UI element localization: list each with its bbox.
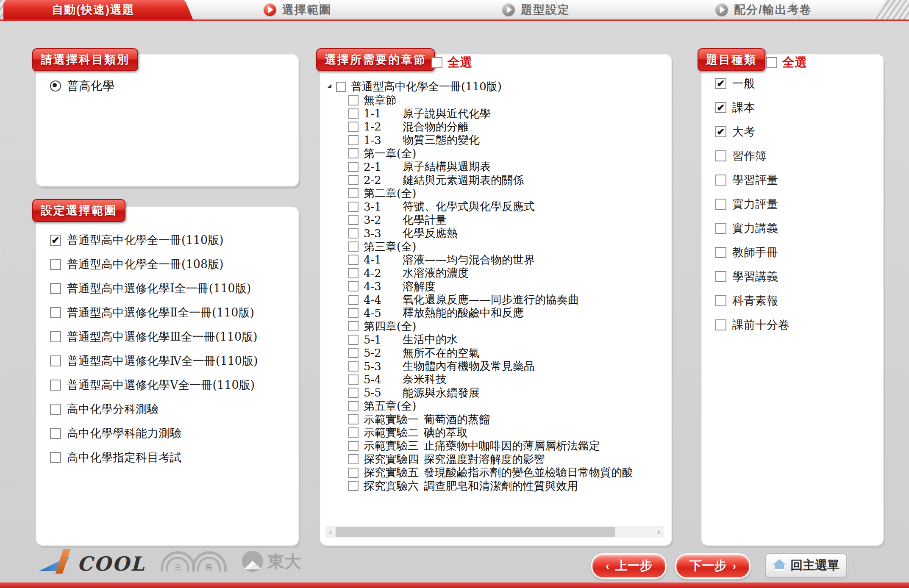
checkbox[interactable]: ✔: [715, 126, 726, 137]
chapter-tree-row[interactable]: 4-2 水溶液的濃度: [327, 266, 669, 280]
chapter-tree-row[interactable]: 第五章(全): [327, 399, 669, 413]
checkbox[interactable]: [336, 82, 346, 92]
checkbox[interactable]: [715, 199, 726, 210]
checkbox[interactable]: [715, 223, 726, 234]
checkbox[interactable]: [348, 401, 359, 411]
question-type-row[interactable]: 實力評量: [715, 192, 868, 216]
checkbox[interactable]: [715, 150, 726, 161]
scope-item-row[interactable]: 普通型高中選修化學Ⅴ全一冊(110版): [50, 373, 287, 397]
tree-expander-icon[interactable]: [327, 84, 331, 88]
checkbox[interactable]: [348, 148, 359, 158]
checkbox[interactable]: [348, 321, 359, 331]
chapter-tree-row[interactable]: 第三章(全): [327, 240, 669, 253]
scroll-right-icon[interactable]: ›: [653, 526, 664, 538]
checkbox[interactable]: [50, 259, 61, 270]
chapter-tree-row[interactable]: 3-2 化學計量: [327, 214, 669, 227]
checkbox[interactable]: [50, 283, 61, 294]
checkbox[interactable]: [348, 427, 359, 438]
chapter-tree-row[interactable]: 4-1 溶液——均勻混合物的世界: [327, 253, 669, 266]
checkbox[interactable]: [348, 268, 359, 278]
checkbox[interactable]: [348, 122, 359, 132]
checkbox[interactable]: [715, 319, 726, 330]
chapter-tree-row[interactable]: 1-1 原子說與近代化學: [327, 107, 669, 120]
checkbox[interactable]: [715, 247, 726, 258]
checkbox[interactable]: ✔: [715, 78, 726, 89]
question-type-row[interactable]: 學習評量: [715, 168, 868, 192]
checkbox[interactable]: [348, 308, 359, 318]
tab-select-range[interactable]: 選擇範圍: [264, 0, 331, 19]
chapter-tree-row[interactable]: 3-3 化學反應熱: [327, 227, 669, 240]
chapter-tree-row[interactable]: 4-3 溶解度: [327, 280, 669, 293]
home-menu-button[interactable]: 回主選單: [765, 553, 847, 578]
chapter-tree-row[interactable]: 1-3 物質三態的變化: [327, 133, 669, 147]
chapter-tree-row[interactable]: 1-2 混合物的分離: [327, 120, 669, 133]
checkbox[interactable]: [348, 228, 359, 239]
checkbox[interactable]: [348, 414, 359, 424]
checkbox[interactable]: [715, 175, 726, 186]
chapter-tree-row[interactable]: 5-4 奈米科技: [327, 373, 669, 386]
checkbox[interactable]: [715, 271, 726, 282]
chapter-tree-row[interactable]: 4-5 釋放熱能的酸鹼中和反應: [327, 306, 669, 319]
chapter-tree-row[interactable]: 第二章(全): [327, 187, 669, 200]
chapter-tree-row[interactable]: 2-2 鍵結與元素週期表的關係: [327, 173, 669, 186]
checkbox[interactable]: [50, 355, 61, 366]
question-type-row[interactable]: 教師手冊: [715, 240, 868, 264]
question-type-row[interactable]: 課前十分卷: [715, 313, 868, 337]
chapter-tree-row[interactable]: 5-3 生物體內有機物及常見藥品: [327, 360, 669, 373]
question-type-row[interactable]: ✔ 課本: [715, 95, 868, 119]
scope-item-row[interactable]: 高中化學學科能力測驗: [50, 421, 287, 445]
checkbox[interactable]: [348, 175, 359, 185]
tab-question-type-settings[interactable]: 題型設定: [502, 0, 570, 19]
chapter-tree-row[interactable]: 5-2 無所不在的空氣: [327, 346, 669, 359]
type-select-all-checkbox[interactable]: [766, 57, 777, 68]
chapter-tree-row[interactable]: 探究實驗五 發現酸鹼指示劑的變色並檢驗日常物質的酸: [327, 466, 669, 479]
prev-step-button[interactable]: ‹ 上一步: [591, 553, 667, 579]
checkbox[interactable]: [348, 335, 359, 345]
scope-item-row[interactable]: 高中化學指定科目考試: [50, 445, 287, 469]
scope-item-row[interactable]: 普通型高中選修化學Ⅲ全一冊(110版): [50, 325, 287, 349]
chapter-tree-row[interactable]: 探究實驗六 調查肥皂和清潔劑的性質與效用: [327, 479, 669, 492]
checkbox[interactable]: [348, 281, 359, 291]
checkbox[interactable]: [50, 452, 61, 463]
chapter-tree-row[interactable]: 3-1 符號、化學式與化學反應式: [327, 200, 669, 213]
checkbox[interactable]: [348, 188, 359, 198]
chapter-tree-row[interactable]: 無章節: [327, 94, 669, 107]
checkbox[interactable]: ✔: [50, 235, 61, 246]
chapter-tree-row[interactable]: 示範實驗一 葡萄酒的蒸餾: [327, 413, 669, 426]
question-type-row[interactable]: 習作簿: [715, 144, 868, 168]
chapter-tree-row[interactable]: 第四章(全): [327, 320, 669, 333]
checkbox[interactable]: [348, 348, 359, 358]
checkbox[interactable]: [348, 441, 359, 451]
subject-option-row[interactable]: 普高化學: [50, 76, 114, 96]
next-step-button[interactable]: 下一步 ›: [675, 553, 751, 579]
checkbox[interactable]: [348, 108, 359, 119]
checkbox[interactable]: [348, 374, 359, 385]
chapter-tree-row[interactable]: 探究實驗四 探究溫度對溶解度的影響: [327, 453, 669, 466]
checkbox[interactable]: [348, 388, 359, 398]
chapter-horizontal-scrollbar[interactable]: ‹ ›: [325, 526, 664, 538]
tab-auto-quick-pick[interactable]: 自動(快速)選題: [3, 0, 183, 19]
question-type-row[interactable]: ✔ 一般: [715, 71, 868, 95]
chapter-tree-row[interactable]: 5-5 能源與永續發展: [327, 386, 669, 399]
chapter-tree-row[interactable]: 2-1 原子結構與週期表: [327, 160, 669, 173]
checkbox[interactable]: [348, 162, 359, 172]
question-type-row[interactable]: ✔ 大考: [715, 119, 868, 144]
checkbox[interactable]: [348, 255, 359, 265]
question-type-row[interactable]: 實力講義: [715, 216, 868, 240]
checkbox[interactable]: [348, 468, 359, 478]
checkbox[interactable]: [348, 295, 359, 305]
checkbox[interactable]: [348, 361, 359, 372]
scrollbar-thumb[interactable]: [336, 527, 615, 537]
tab-score-output[interactable]: 配分/輸出考卷: [715, 0, 812, 19]
checkbox[interactable]: [348, 202, 359, 212]
checkbox[interactable]: [348, 454, 359, 464]
scope-item-row[interactable]: ✔ 普通型高中化學全一冊(110版): [50, 228, 287, 252]
scope-item-row[interactable]: 普通型高中選修化學Ⅱ全一冊(110版): [50, 300, 287, 325]
checkbox[interactable]: [348, 95, 359, 105]
chapter-tree-row[interactable]: 5-1 生活中的水: [327, 333, 669, 346]
scope-item-row[interactable]: 普通型高中化學全一冊(108版): [50, 252, 287, 276]
chapter-tree-row[interactable]: 示範實驗二 碘的萃取: [327, 426, 669, 439]
scope-item-row[interactable]: 普通型高中選修化學Ⅳ全一冊(110版): [50, 349, 287, 373]
scope-item-row[interactable]: 高中化學分科測驗: [50, 397, 287, 421]
scope-item-row[interactable]: 普通型高中選修化學Ⅰ全一冊(110版): [50, 276, 287, 300]
